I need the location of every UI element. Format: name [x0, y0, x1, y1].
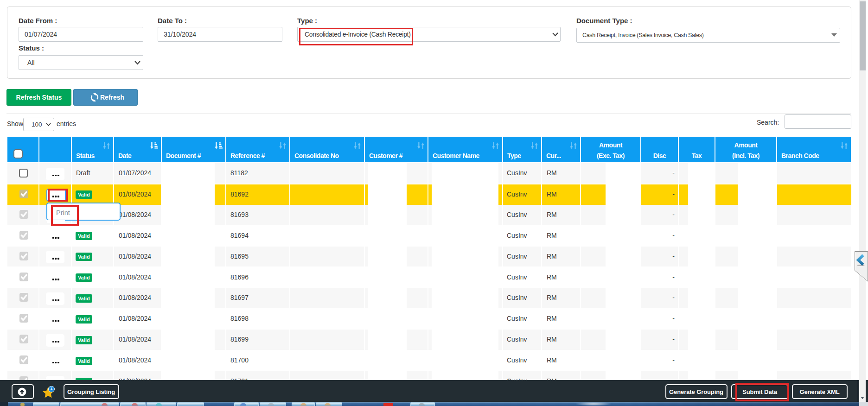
svg-text:+: +	[50, 386, 53, 392]
